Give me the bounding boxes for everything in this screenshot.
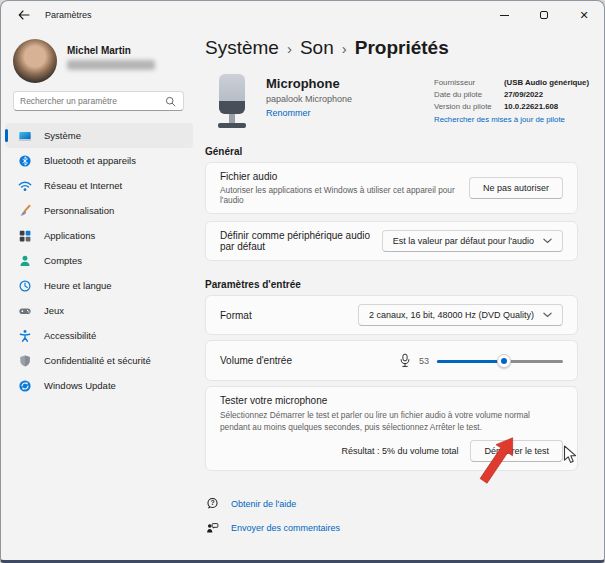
default-device-dropdown[interactable]: Est la valeur par défaut pour l'audio [382, 230, 563, 252]
minimize-button[interactable] [484, 1, 524, 29]
sidebar-item-windows-update[interactable]: Windows Update [5, 373, 193, 398]
driver-row-label: Fournisseur [434, 78, 504, 87]
minimize-icon [500, 15, 509, 16]
accessibility-icon [17, 328, 32, 343]
driver-row-label: Date du pilote [434, 90, 504, 99]
apps-icon [17, 228, 32, 243]
microphone-icon [399, 353, 411, 368]
device-product: papalook Microphone [266, 94, 352, 104]
sidebar-item-confidentialite[interactable]: Confidentialité et sécurité [5, 348, 193, 373]
feedback-icon [205, 521, 219, 534]
send-feedback-link[interactable]: Envoyer des commentaires [205, 521, 580, 534]
back-arrow-icon [18, 10, 30, 20]
gamepad-icon [17, 303, 32, 318]
monitor-icon [17, 128, 32, 143]
section-general-title: Général [205, 146, 580, 157]
microphone-device-icon [213, 74, 251, 130]
breadcrumb: Système › Son › Propriétés [205, 37, 580, 59]
format-label: Format [220, 310, 252, 321]
breadcrumb-systeme[interactable]: Système [205, 37, 279, 59]
search-box[interactable] [13, 91, 184, 111]
test-description: Sélectionnez Démarrer le test et parler … [220, 409, 560, 433]
maximize-button[interactable] [524, 1, 564, 29]
test-result: Résultat : 5% du volume total [341, 446, 458, 456]
format-dropdown[interactable]: 2 canaux, 16 bit, 48000 Hz (DVD Quality) [358, 304, 563, 326]
volume-value: 53 [419, 356, 429, 366]
sidebar-item-bluetooth[interactable]: Bluetooth et appareils [5, 148, 193, 173]
sidebar: Michel Martin Système Bluetooth et app [1, 29, 197, 560]
rename-link[interactable]: Renommer [266, 108, 352, 118]
search-input[interactable] [14, 96, 165, 106]
sidebar-item-comptes[interactable]: Comptes [5, 248, 193, 273]
sidebar-item-systeme[interactable]: Système [5, 123, 193, 148]
search-icon [165, 96, 176, 107]
titlebar: Paramètres ✕ [1, 1, 604, 29]
close-icon: ✕ [579, 10, 588, 21]
bluetooth-icon [17, 153, 32, 168]
driver-row-label: Version du pilote [434, 102, 504, 111]
section-input-title: Paramètres d'entrée [205, 279, 580, 290]
sidebar-item-reseau[interactable]: Réseau et Internet [5, 173, 193, 198]
maximize-icon [540, 11, 548, 19]
volume-slider-fill [437, 360, 504, 363]
brush-icon [17, 203, 32, 218]
driver-update-link[interactable]: Rechercher des mises à jour de pilote [434, 115, 580, 124]
driver-row-value: 10.0.22621.608 [504, 102, 589, 111]
default-device-card: Définir comme périphérique audio par déf… [205, 221, 578, 261]
chevron-down-icon [543, 312, 552, 318]
volume-slider-thumb[interactable] [497, 354, 511, 368]
device-header: Microphone papalook Microphone Renommer … [205, 74, 580, 130]
volume-slider[interactable] [437, 354, 563, 368]
sidebar-item-heure-langue[interactable]: Heure et langue [5, 273, 193, 298]
sidebar-nav: Système Bluetooth et appareils Réseau et… [5, 123, 193, 398]
person-icon [17, 253, 32, 268]
start-test-button[interactable]: Démarrer le test [470, 440, 563, 462]
volume-label: Volume d'entrée [220, 355, 292, 366]
chevron-down-icon [543, 238, 552, 244]
sidebar-item-jeux[interactable]: Jeux [5, 298, 193, 323]
user-profile[interactable]: Michel Martin [13, 39, 155, 83]
settings-window: Paramètres ✕ Michel Martin [0, 0, 605, 563]
avatar [13, 39, 57, 83]
format-card: Format 2 canaux, 16 bit, 48000 Hz (DVD Q… [205, 295, 578, 335]
audio-file-card: Fichier audio Autoriser les applications… [205, 162, 578, 214]
user-name: Michel Martin [67, 45, 155, 56]
format-value: 2 canaux, 16 bit, 48000 Hz (DVD Quality) [369, 310, 534, 320]
device-name: Microphone [266, 76, 352, 91]
sidebar-item-accessibilite[interactable]: Accessibilité [5, 323, 193, 348]
wifi-icon [17, 178, 32, 193]
driver-row-value: 27/09/2022 [504, 90, 589, 99]
default-device-label: Définir comme périphérique audio par déf… [220, 230, 382, 252]
audio-file-description: Autoriser les applications et Windows à … [220, 185, 469, 205]
close-button[interactable]: ✕ [564, 1, 604, 29]
get-help-link[interactable]: ? Obtenir de l'aide [205, 497, 580, 510]
sidebar-item-applications[interactable]: Applications [5, 223, 193, 248]
page-title: Propriétés [355, 37, 449, 59]
clock-globe-icon [17, 278, 32, 293]
test-microphone-card: Tester votre microphone Sélectionnez Dém… [205, 386, 578, 471]
test-title: Tester votre microphone [220, 395, 563, 406]
user-email-redacted [67, 60, 155, 70]
get-help-icon: ? [205, 497, 219, 510]
window-title: Paramètres [45, 10, 92, 20]
sidebar-item-personnalisation[interactable]: Personnalisation [5, 198, 193, 223]
driver-row-value: (USB Audio générique) [504, 78, 589, 87]
driver-info: Fournisseur (USB Audio générique) Date d… [434, 78, 580, 124]
volume-card: Volume d'entrée 53 [205, 340, 578, 381]
breadcrumb-separator: › [287, 40, 292, 57]
main-content: Système › Son › Propriétés Microphone pa… [205, 29, 580, 560]
footer-links: ? Obtenir de l'aide Envoyer des commenta… [205, 497, 580, 534]
shield-icon [17, 353, 32, 368]
update-icon [17, 378, 32, 393]
back-button[interactable] [9, 4, 39, 26]
breadcrumb-separator: › [342, 40, 347, 57]
default-device-value: Est la valeur par défaut pour l'audio [393, 236, 534, 246]
breadcrumb-son[interactable]: Son [300, 37, 334, 59]
audio-file-title: Fichier audio [220, 171, 469, 182]
disallow-button[interactable]: Ne pas autoriser [469, 177, 563, 199]
svg-text:?: ? [210, 499, 214, 506]
